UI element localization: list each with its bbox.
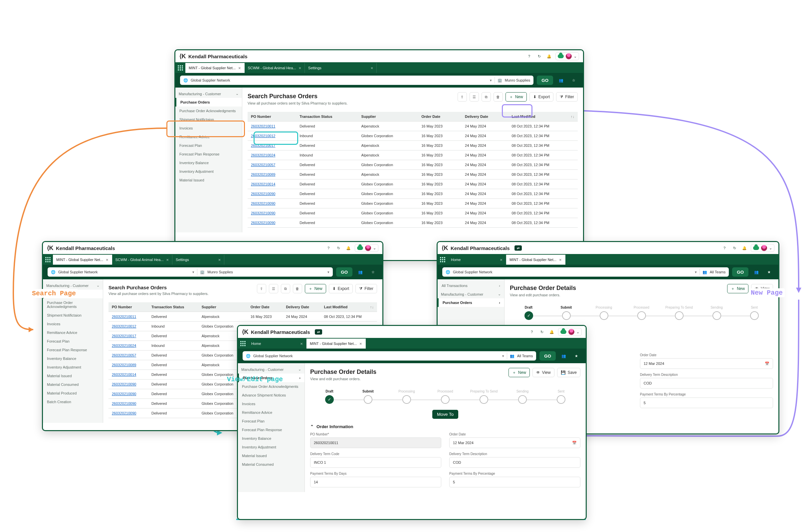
app-launcher-icon[interactable]: [175, 63, 185, 73]
po-link[interactable]: 260320210090: [112, 411, 136, 415]
sidebar-item-forecast-plan[interactable]: Forecast Plan: [238, 417, 305, 425]
save-button[interactable]: 💾Save: [557, 368, 580, 377]
col-last-modified[interactable]: Last Modified↑↓: [321, 302, 377, 312]
app-launcher-icon[interactable]: [238, 339, 248, 349]
go-button[interactable]: GO: [537, 76, 553, 85]
tab-home[interactable]: Home×: [248, 339, 307, 349]
po-link[interactable]: 260320210011: [112, 315, 136, 319]
bell-icon[interactable]: 🔔: [345, 244, 352, 252]
star-icon[interactable]: ☆: [368, 267, 378, 277]
ptp-input[interactable]: 5: [449, 477, 580, 487]
po-link[interactable]: 260320210090: [251, 211, 275, 215]
new-button[interactable]: ＋New: [508, 368, 530, 377]
close-icon[interactable]: ×: [500, 258, 502, 262]
sync-icon[interactable]: ↻: [335, 244, 342, 252]
sidebar-item-forecast-resp[interactable]: Forecast Plan Response: [43, 345, 103, 354]
sidebar-item-material-consumed[interactable]: Material Consumed: [238, 460, 305, 469]
account-menu[interactable]: ⌄: [355, 244, 378, 252]
sidebar-item-batch-creation[interactable]: Batch Creation: [43, 398, 103, 406]
tab-mint[interactable]: MINT - Global Supplier Net...×: [506, 255, 565, 265]
tab-scwm[interactable]: SCWM - Global Animal Hea...×: [245, 63, 305, 73]
sidebar-item-invoices[interactable]: Invoices: [238, 400, 305, 408]
po-link[interactable]: 260320210090: [251, 201, 275, 205]
tab-settings[interactable]: Settings×: [173, 255, 224, 265]
sidebar-section-header[interactable]: Manufacturing - Customer⌄: [438, 290, 504, 298]
sidebar-item-all-transactions[interactable]: All Transactions›: [438, 281, 504, 290]
close-icon[interactable]: ×: [218, 258, 221, 262]
help-icon[interactable]: ?: [721, 244, 728, 252]
po-number-input[interactable]: 260320210011: [310, 437, 441, 448]
share-icon[interactable]: ⇪: [457, 92, 467, 101]
sidebar-item-forecast-plan[interactable]: Forecast Plan: [43, 337, 103, 345]
sidebar-item-inv-balance[interactable]: Inventory Balance: [238, 434, 305, 443]
sidebar-item-inv-adjust[interactable]: Inventory Adjustment: [238, 443, 305, 451]
po-link[interactable]: 260320210089: [112, 363, 136, 367]
sidebar-item-invoices[interactable]: Invoices: [43, 320, 103, 328]
team-icon[interactable]: 👥: [356, 267, 365, 277]
close-icon[interactable]: ×: [371, 66, 373, 70]
sidebar-item-po-ack[interactable]: Purchase Order Acknowledgments: [175, 107, 242, 115]
dtc-input[interactable]: INCO 1: [310, 457, 441, 468]
team-icon[interactable]: 👥: [556, 76, 566, 85]
dtd-input[interactable]: COD: [449, 457, 580, 468]
account-menu[interactable]: ⌄: [555, 52, 579, 60]
tab-home[interactable]: Home×: [448, 255, 506, 265]
col-po-number[interactable]: PO Number: [247, 112, 296, 122]
sidebar-item-inv-balance[interactable]: Inventory Balance: [175, 159, 242, 167]
po-link[interactable]: 260320210024: [251, 153, 275, 157]
sidebar-item-material-issued[interactable]: Material Issued: [43, 372, 103, 380]
account-menu[interactable]: ⌄: [558, 328, 582, 336]
filter-button[interactable]: ⧩Filter: [355, 284, 377, 293]
col-supplier[interactable]: Supplier: [358, 112, 418, 122]
team-icon[interactable]: 👥: [752, 267, 761, 277]
filter-button[interactable]: ⧩Filter: [556, 92, 578, 101]
account-menu[interactable]: ⌄: [751, 244, 774, 252]
tab-scwm[interactable]: SCWM - Global Animal Hea...×: [112, 255, 173, 265]
delete-icon[interactable]: 🗑: [293, 284, 302, 293]
sidebar-item-inv-adjust[interactable]: Inventory Adjustment: [175, 167, 242, 176]
sidebar-item-remittance[interactable]: Remittance Advice: [43, 328, 103, 337]
scope-selector[interactable]: 🌐Global Supplier Network▾ 👥All Teams: [442, 267, 729, 277]
sidebar-item-material-issued[interactable]: Material Issued: [175, 176, 242, 184]
close-icon[interactable]: ×: [166, 258, 169, 262]
new-button[interactable]: ＋New: [727, 284, 748, 293]
sidebar-section-header[interactable]: Manufacturing - Customer⌄: [43, 281, 103, 290]
share-icon[interactable]: ⇪: [257, 284, 266, 293]
sidebar-item-material-consumed[interactable]: Material Consumed: [43, 380, 103, 389]
order-date-input[interactable]: 12 Mar 2024📅: [449, 437, 580, 448]
close-icon[interactable]: ×: [559, 258, 562, 262]
sync-icon[interactable]: ↻: [538, 328, 546, 336]
po-link[interactable]: 260320210090: [112, 392, 136, 396]
view-button[interactable]: 👁View: [533, 368, 554, 377]
sidebar-item-material-produced[interactable]: Material Produced: [43, 389, 103, 398]
scope-selector[interactable]: 🌐Global Supplier Network▾ 👥All Teams: [243, 351, 536, 360]
new-button[interactable]: ＋New: [305, 284, 326, 293]
copy-icon[interactable]: ⧉: [281, 284, 290, 293]
columns-icon[interactable]: ☰: [470, 92, 479, 101]
po-link[interactable]: 260320210024: [112, 343, 136, 348]
sidebar-item-inv-adjust[interactable]: Inventory Adjustment: [43, 363, 103, 372]
po-link[interactable]: 260320210090: [251, 192, 275, 196]
export-button[interactable]: ⬇Export: [530, 92, 554, 101]
close-icon[interactable]: ×: [298, 66, 301, 70]
scope-selector[interactable]: 🌐 Global Supplier Network ▾ 🏢 Munro Supp…: [180, 76, 533, 85]
po-link[interactable]: 260320210011: [251, 124, 275, 128]
col-delivery-date[interactable]: Delivery Date: [461, 112, 508, 122]
col-po-number[interactable]: PO Number: [109, 302, 148, 312]
team-icon[interactable]: 👥: [559, 351, 568, 360]
copy-icon[interactable]: ⧉: [482, 92, 491, 101]
move-to-button[interactable]: Move To: [432, 410, 458, 419]
po-link[interactable]: 260320210057: [251, 163, 275, 167]
sidebar-item-forecast-resp[interactable]: Forecast Plan Response: [175, 150, 242, 159]
star-icon[interactable]: ☆: [569, 76, 578, 85]
dtd-input[interactable]: COD: [640, 378, 773, 388]
po-link[interactable]: 260320210089: [251, 173, 275, 176]
po-link[interactable]: 260320210057: [112, 353, 136, 357]
columns-icon[interactable]: ☰: [269, 284, 278, 293]
help-icon[interactable]: ?: [525, 53, 533, 60]
po-link[interactable]: 260320210014: [112, 372, 136, 376]
po-link[interactable]: 260320210090: [112, 402, 136, 405]
ptd-input[interactable]: 14: [310, 477, 441, 487]
sidebar-item-purchase-orders[interactable]: Purchase Orders: [175, 98, 242, 107]
help-icon[interactable]: ?: [528, 328, 535, 336]
